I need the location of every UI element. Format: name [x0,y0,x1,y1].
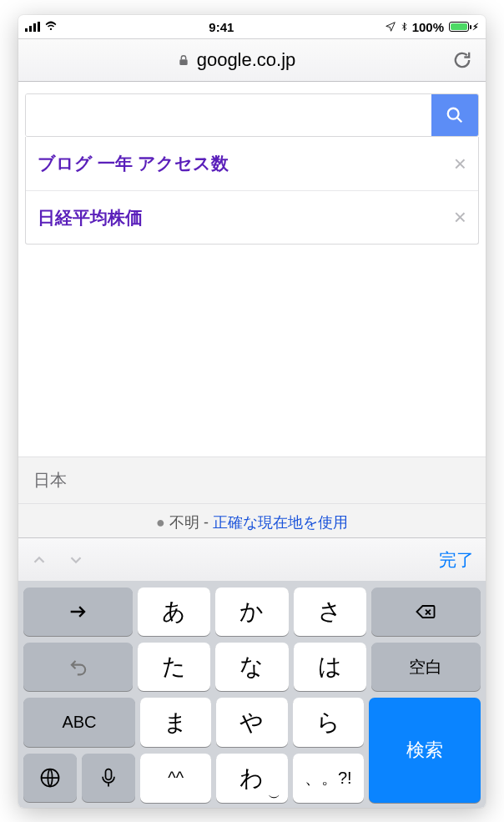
undo-icon [67,655,90,678]
charging-icon: ⚡︎ [472,22,479,33]
suggestion-list: ブログ 一年 アクセス数 × 日経平均株価 × [25,137,479,245]
search-button[interactable] [431,94,478,136]
use-precise-location-link[interactable]: 正確な現在地を使用 [213,514,348,531]
location-unknown-text: 不明 [169,514,199,531]
page-content: ブログ 一年 アクセス数 × 日経平均株価 × 日本 ● 不明 - 正確な現在地… [18,82,486,537]
search-icon [446,106,464,124]
key-space[interactable]: 空白 [371,643,481,691]
key-ta[interactable]: た [138,643,210,691]
reload-icon[interactable] [451,48,474,72]
key-ha[interactable]: は [294,643,366,691]
status-time: 9:41 [58,20,385,34]
phone-frame: 9:41 100% ⚡︎ google.co.jp [18,15,486,808]
keyboard-done-button[interactable]: 完了 [439,548,474,572]
location-sep: - [204,514,213,531]
url-host-text: google.co.jp [197,49,296,71]
keyboard: あ か さ た な は 空白 ABC [18,581,486,808]
footer-location-row: ● 不明 - 正確な現在地を使用 [18,503,486,537]
footer-country: 日本 [18,457,486,503]
key-a[interactable]: あ [138,588,210,636]
key-punct[interactable]: 、。?! [293,754,364,803]
search-input[interactable] [26,94,431,136]
location-arrow-icon [385,21,396,33]
key-mic[interactable] [82,754,135,802]
suggestion-item[interactable]: ブログ 一年 アクセス数 × [26,137,478,190]
cellular-signal-icon [25,22,40,32]
globe-icon [38,766,62,789]
key-abc[interactable]: ABC [23,698,135,747]
svg-rect-4 [106,769,112,780]
key-ya[interactable]: や [216,698,287,747]
status-bar: 9:41 100% ⚡︎ [18,15,486,38]
microphone-icon [97,766,120,789]
key-wa[interactable]: わ ⏝ [216,754,287,803]
chevron-up-icon[interactable] [30,551,48,569]
chevron-down-icon[interactable] [67,551,85,569]
key-next-candidate[interactable] [23,588,133,636]
remove-suggestion-icon[interactable]: × [454,151,466,177]
svg-line-2 [457,118,462,123]
wifi-icon [43,21,58,33]
key-emoticon[interactable]: ^^ [140,754,211,803]
key-wa-text: わ [239,763,264,794]
battery-percent: 100% [412,20,444,34]
search-box [25,93,479,137]
key-ma[interactable]: ま [140,698,211,747]
key-ka[interactable]: か [215,588,288,636]
location-dot-icon: ● [156,514,165,531]
bluetooth-icon [400,20,409,33]
arrow-right-icon [67,600,90,623]
key-undo[interactable] [23,643,133,691]
key-globe[interactable] [23,754,77,802]
lock-icon [177,53,190,68]
svg-point-1 [448,108,459,119]
browser-address-bar[interactable]: google.co.jp [18,38,486,82]
key-backspace[interactable] [371,588,481,636]
key-search[interactable]: 検索 [369,698,481,803]
suggestion-text: 日経平均株価 [38,206,143,229]
suggestion-text: ブログ 一年 アクセス数 [38,152,229,175]
key-sa[interactable]: さ [294,588,366,636]
backspace-icon [414,600,437,623]
page-footer: 日本 ● 不明 - 正確な現在地を使用 [18,456,486,537]
suggestion-item[interactable]: 日経平均株価 × [26,190,478,244]
keyboard-toolbar: 完了 [18,537,486,581]
remove-suggestion-icon[interactable]: × [454,204,466,230]
svg-rect-0 [179,59,187,65]
key-ra[interactable]: ら [293,698,364,747]
key-na[interactable]: な [215,643,288,691]
battery-icon [449,22,469,32]
